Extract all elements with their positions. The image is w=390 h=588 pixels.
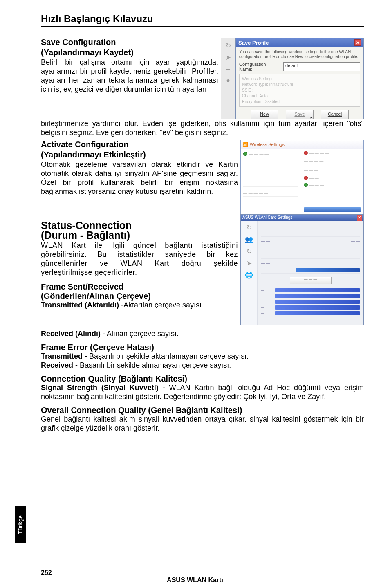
level-bar bbox=[275, 294, 360, 298]
level-bar bbox=[275, 300, 360, 304]
overall-quality-heading: Overall Connection Quality (Genel Bağlan… bbox=[41, 406, 364, 415]
refresh-icon: ↻ bbox=[247, 247, 252, 255]
signal-bar bbox=[296, 268, 360, 272]
refresh-icon: ↻ bbox=[247, 224, 252, 231]
arrow-icon: ➤ bbox=[247, 259, 252, 267]
settings-network-type: Network Type: Infrastructure bbox=[242, 82, 357, 88]
level-bar bbox=[275, 288, 360, 292]
footer-title: ASUS WLAN Kartı bbox=[0, 577, 390, 584]
cancel-button[interactable]: Cancel bbox=[321, 110, 349, 119]
overall-quality-para: Genel bağlantı kalitesi akım sinyali kuv… bbox=[41, 415, 364, 433]
radio-on-icon bbox=[243, 152, 247, 156]
level-bar bbox=[275, 305, 360, 310]
close-icon[interactable]: ✕ bbox=[357, 215, 362, 221]
received-label: Received (Alındı) bbox=[41, 330, 101, 338]
wifi-icon: 📶 bbox=[242, 142, 248, 147]
level-bar bbox=[275, 311, 360, 315]
globe-icon: 🌐 bbox=[245, 271, 253, 279]
language-tab: Türkçe bbox=[15, 506, 26, 543]
frame-error-heading: Frame Error (Çerçeve Hatası) bbox=[41, 343, 364, 352]
minus-icon: – bbox=[226, 65, 230, 73]
new-button[interactable]: New bbox=[251, 110, 278, 119]
frame-error-line2: Received - Başarılı bir şekilde alınamay… bbox=[41, 361, 364, 370]
globe-icon: ● bbox=[226, 77, 230, 84]
arrow-icon: ➤ bbox=[226, 54, 231, 61]
people-icon: 👥 bbox=[245, 236, 253, 243]
transmitted-label: Transmitted bbox=[41, 352, 83, 360]
figure-button[interactable]: — — — bbox=[290, 277, 332, 284]
activate-figure-title: 📶 Wireless Settings bbox=[242, 142, 285, 147]
figure-sidebar: ↻ ➤ – ● bbox=[221, 38, 235, 119]
connection-quality-para: Signal Strength (Sinyal Kuvveti) - WLAN … bbox=[41, 384, 364, 402]
save-profile-figure: ↻ ➤ – ● Save Profile ✕ You can save the … bbox=[221, 38, 364, 119]
status-figure: ASUS WLAN Card Settings ✕ ↻ 👥 ↻ ➤ 🌐 — — … bbox=[240, 214, 364, 325]
save-profile-dialog: Save Profile ✕ You can save the followin… bbox=[235, 38, 364, 119]
dialog-description: You can save the following wireless sett… bbox=[239, 49, 360, 59]
activate-figure: 📶 Wireless Settings — — — — — — — — — — … bbox=[240, 140, 364, 214]
received-label: Received bbox=[41, 361, 73, 369]
save-config-para-full: birleştirmenize yardımcı olur. Evden işe… bbox=[41, 119, 364, 137]
footer-divider bbox=[41, 568, 364, 568]
frame-sr-line2: Received (Alındı) - Alınan çerçeve sayıs… bbox=[41, 330, 364, 339]
signal-strength-label: Signal Strength (Sinyal Kuvveti) - bbox=[41, 384, 165, 392]
status-figure-title: ASUS WLAN Card Settings ✕ bbox=[241, 215, 363, 221]
dialog-title: Save Profile bbox=[238, 40, 269, 46]
radio-red-icon bbox=[304, 151, 308, 155]
cursor-icon: ↖ bbox=[310, 114, 314, 119]
radio-red-icon bbox=[304, 176, 308, 180]
dialog-titlebar: Save Profile ✕ bbox=[236, 38, 363, 47]
config-name-input[interactable]: default bbox=[283, 62, 360, 71]
radio-green-icon bbox=[304, 183, 308, 187]
transmitted-label: Transmitted (Aktarıldı) bbox=[41, 301, 119, 309]
refresh-icon: ↻ bbox=[226, 42, 231, 49]
divider bbox=[41, 26, 364, 27]
close-icon[interactable]: ✕ bbox=[354, 39, 361, 46]
save-button[interactable]: Save↖ bbox=[286, 110, 314, 119]
blue-bar-icon bbox=[304, 207, 361, 212]
wireless-settings-box: Wireless Settings Network Type: Infrastr… bbox=[239, 74, 360, 107]
connection-quality-heading: Connection Quality (Bağlantı Kalitesi) bbox=[41, 374, 364, 384]
config-name-label: Configuration Name: bbox=[239, 62, 280, 72]
settings-ssid: SSID: bbox=[242, 88, 357, 93]
frame-error-line1: Transmitted - Başarılı bir şekilde aktar… bbox=[41, 352, 364, 361]
page-title: Hızlı Başlangıç Kılavuzu bbox=[41, 13, 364, 25]
settings-head: Wireless Settings bbox=[242, 76, 357, 82]
settings-encryption: Encryption: Disabled bbox=[242, 99, 357, 105]
page-number: 252 bbox=[41, 569, 52, 577]
settings-channel: Channel: Auto bbox=[242, 93, 357, 99]
